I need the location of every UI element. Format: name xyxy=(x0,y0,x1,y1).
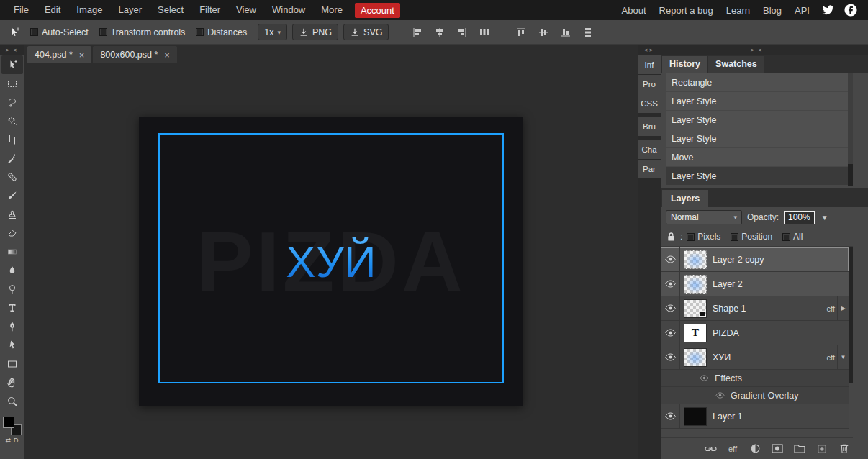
menu-view[interactable]: View xyxy=(228,0,264,20)
menu-select[interactable]: Select xyxy=(150,0,191,20)
collapse-effects-button[interactable]: ▼ xyxy=(837,345,849,369)
align-center-h-icon[interactable] xyxy=(432,24,448,40)
new-layer-button[interactable] xyxy=(815,442,828,455)
visibility-toggle[interactable] xyxy=(661,345,680,369)
close-icon[interactable]: × xyxy=(164,50,170,60)
crop-tool[interactable] xyxy=(1,130,23,149)
healing-tool[interactable] xyxy=(1,168,23,186)
new-group-button[interactable] xyxy=(793,442,806,455)
rectangle-tool[interactable] xyxy=(1,355,23,373)
layer-row-layer1[interactable]: Layer 1 xyxy=(661,404,849,429)
checkbox-box[interactable] xyxy=(196,28,204,36)
expand-effects-button[interactable]: ▶ xyxy=(837,296,849,320)
delete-layer-button[interactable] xyxy=(838,442,851,455)
path-select-tool[interactable] xyxy=(1,336,23,355)
align-middle-v-icon[interactable] xyxy=(535,24,551,40)
lock-position-checkbox[interactable]: Position xyxy=(731,232,772,242)
menu-image[interactable]: Image xyxy=(68,0,110,20)
visibility-toggle[interactable] xyxy=(661,272,680,296)
swap-colors-button[interactable]: ⇄ xyxy=(5,437,11,444)
layer-row-pizda[interactable]: T PIZDA xyxy=(661,321,849,345)
panel-tab-css[interactable]: CSS xyxy=(638,94,661,113)
facebook-icon[interactable] xyxy=(844,3,858,17)
eyedropper-tool[interactable] xyxy=(1,149,23,168)
hand-tool[interactable] xyxy=(1,373,23,392)
panel-tab-character[interactable]: Cha xyxy=(638,140,661,159)
add-mask-button[interactable] xyxy=(771,442,784,455)
menu-learn[interactable]: Learn xyxy=(720,5,756,16)
tab-layers[interactable]: Layers xyxy=(662,190,708,207)
layer-row-shape1[interactable]: Shape 1 eff ▶ xyxy=(661,296,849,321)
menu-edit[interactable]: Edit xyxy=(37,0,68,20)
layer-row-layer2copy[interactable]: Layer 2 copy xyxy=(661,247,849,272)
history-item[interactable]: Layer Style xyxy=(666,129,848,147)
magic-wand-tool[interactable] xyxy=(1,112,23,130)
effects-row[interactable]: Effects xyxy=(661,370,849,387)
visibility-toggle[interactable] xyxy=(661,321,680,345)
lasso-tool[interactable] xyxy=(1,93,23,112)
color-swatches[interactable] xyxy=(3,417,22,435)
collapse-panel-button[interactable]: > < xyxy=(661,45,868,55)
menu-window[interactable]: Window xyxy=(264,0,313,20)
history-item[interactable]: Layer Style xyxy=(666,92,848,110)
zoom-tool[interactable] xyxy=(1,392,23,411)
dodge-tool[interactable] xyxy=(1,280,23,299)
type-tool[interactable] xyxy=(1,299,23,317)
eraser-tool[interactable] xyxy=(1,224,23,242)
checkbox-box[interactable] xyxy=(30,28,38,36)
export-png-button[interactable]: PNG xyxy=(292,24,338,40)
layer-row-layer2[interactable]: Layer 2 xyxy=(661,272,849,296)
visibility-toggle[interactable] xyxy=(661,296,680,320)
tab-800x600-psd[interactable]: 800x600.psd * × xyxy=(93,46,177,63)
visibility-toggle[interactable] xyxy=(661,247,680,271)
opacity-input[interactable]: 100% xyxy=(784,211,815,224)
move-tool[interactable] xyxy=(1,55,23,74)
history-item-current[interactable]: Layer Style xyxy=(666,167,848,185)
panel-tab-brush[interactable]: Bru xyxy=(638,117,661,136)
layer-style-button[interactable]: eff xyxy=(726,442,739,455)
layer-row-huy[interactable]: ХУЙ eff ▼ xyxy=(661,345,849,370)
lock-pixels-checkbox[interactable]: Pixels xyxy=(687,232,720,242)
menu-file[interactable]: File xyxy=(6,0,37,20)
export-svg-button[interactable]: SVG xyxy=(343,24,389,40)
history-item[interactable]: Rectangle xyxy=(666,73,848,91)
account-button[interactable]: Account xyxy=(355,3,400,18)
menu-report-a-bug[interactable]: Report a bug xyxy=(653,5,720,16)
opacity-dropdown-arrow[interactable]: ▼ xyxy=(821,214,828,222)
visibility-toggle[interactable] xyxy=(698,375,710,381)
brush-tool[interactable] xyxy=(1,186,23,205)
align-right-icon[interactable] xyxy=(454,24,470,40)
clone-stamp-tool[interactable] xyxy=(1,205,23,224)
visibility-toggle[interactable] xyxy=(714,392,725,399)
pen-tool[interactable] xyxy=(1,317,23,336)
blur-tool[interactable] xyxy=(1,261,23,280)
auto-select-checkbox[interactable]: Auto-Select xyxy=(30,27,89,37)
link-layers-button[interactable] xyxy=(704,442,717,455)
scrollbar-thumb[interactable] xyxy=(848,164,853,186)
tab-404-psd[interactable]: 404.psd * × xyxy=(27,46,91,63)
zoom-level-dropdown[interactable]: 1x ▾ xyxy=(258,24,287,40)
layers-scrollbar-thumb[interactable] xyxy=(849,247,853,383)
close-icon[interactable]: × xyxy=(79,50,85,60)
history-scrollbar[interactable] xyxy=(848,73,853,186)
distances-checkbox[interactable]: Distances xyxy=(196,27,247,37)
menu-blog[interactable]: Blog xyxy=(756,5,788,16)
tab-history[interactable]: History xyxy=(662,56,707,73)
lock-all-checkbox[interactable]: All xyxy=(782,232,803,242)
gradient-tool[interactable] xyxy=(1,242,23,261)
blend-mode-select[interactable]: Normal ▾ xyxy=(666,210,742,224)
align-left-icon[interactable] xyxy=(410,24,425,40)
menu-about[interactable]: About xyxy=(615,5,653,16)
menu-filter[interactable]: Filter xyxy=(191,0,228,20)
menu-api[interactable]: API xyxy=(788,5,816,16)
menu-layer[interactable]: Layer xyxy=(111,0,150,20)
default-colors-button[interactable]: D xyxy=(14,437,19,444)
collapse-tools-button[interactable]: > < xyxy=(0,45,24,55)
adjustment-layer-button[interactable] xyxy=(749,442,761,455)
menu-more[interactable]: More xyxy=(313,0,351,20)
history-item[interactable]: Move xyxy=(666,148,848,166)
panel-tab-info[interactable]: Inf xyxy=(638,55,661,74)
panel-tab-paragraph[interactable]: Par xyxy=(638,160,661,178)
collapse-strip-button[interactable]: <> xyxy=(638,45,661,55)
rect-select-tool[interactable] xyxy=(1,74,23,93)
